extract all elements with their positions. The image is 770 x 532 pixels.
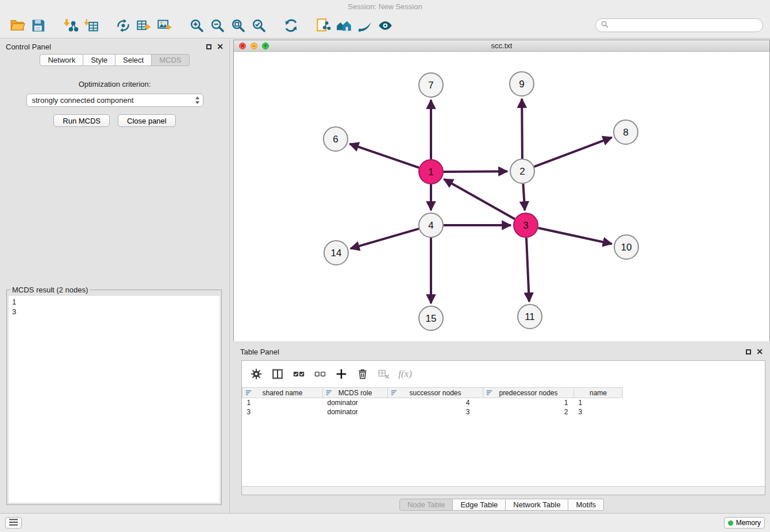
graph-node-3[interactable]: 3: [514, 213, 538, 237]
run-mcds-button[interactable]: Run MCDS: [53, 114, 110, 127]
graph-node-7[interactable]: 7: [419, 73, 443, 97]
import-table-button[interactable]: [80, 15, 101, 36]
column-header-predecessor-nodes[interactable]: predecessor nodes: [483, 388, 574, 398]
refresh-view-button[interactable]: [280, 15, 301, 36]
graph-node-1[interactable]: 1: [419, 160, 443, 184]
open-session-button[interactable]: [7, 15, 28, 36]
node-table: shared nameMCDS rolesuccessor nodesprede…: [242, 387, 765, 417]
graph-edge-2-9[interactable]: [522, 99, 522, 159]
mcds-result-label: MCDS result (2 nodes): [10, 286, 90, 294]
svg-text:3: 3: [523, 220, 528, 231]
export-image-icon: [157, 18, 172, 33]
close-panel-button[interactable]: Close panel: [118, 114, 176, 127]
tab-style[interactable]: Style: [83, 54, 116, 66]
import-network-button[interactable]: [60, 15, 80, 36]
graph-edge-3-1[interactable]: [444, 179, 515, 219]
float-table-panel-icon[interactable]: [746, 349, 751, 354]
table-tab-motifs[interactable]: Motifs: [568, 499, 604, 511]
graph-node-14[interactable]: 14: [324, 241, 348, 265]
panel-list-button[interactable]: [5, 517, 22, 529]
column-header-shared-name[interactable]: shared name: [242, 388, 323, 398]
graph-edge-1-6[interactable]: [350, 144, 419, 168]
export-table-button[interactable]: [133, 15, 154, 36]
mcds-tab-content: Optimization criterion: strongly connect…: [0, 67, 229, 513]
table-panel: Table Panel ✕ f(x) shar: [233, 344, 770, 512]
apply-style-button[interactable]: [354, 15, 375, 36]
mcds-result-text[interactable]: 1 3: [9, 296, 220, 503]
export-network-button[interactable]: [113, 15, 133, 36]
control-panel-header: Control Panel ✕: [0, 39, 229, 54]
graph-edge-2-3[interactable]: [523, 184, 525, 210]
horizontal-scrollbar[interactable]: [242, 486, 765, 495]
close-control-panel-icon[interactable]: ✕: [217, 43, 224, 51]
graph-edge-4-14[interactable]: [351, 229, 419, 249]
trash-icon: [356, 368, 369, 380]
zoom-window-icon[interactable]: +: [262, 43, 269, 49]
plus-icon: [335, 368, 348, 380]
apply-function-button[interactable]: f(x): [396, 365, 414, 383]
save-session-button[interactable]: [28, 15, 48, 36]
zoom-selected-button[interactable]: [248, 15, 269, 36]
graph-node-2[interactable]: 2: [510, 159, 534, 183]
column-header-name[interactable]: name: [574, 388, 623, 398]
network-window-titlebar: ✕ − + scc.txt: [234, 40, 769, 52]
svg-text:8: 8: [623, 127, 628, 138]
graph-node-4[interactable]: 4: [419, 213, 443, 237]
delete-row-button[interactable]: [354, 365, 371, 383]
graph-edge-2-8[interactable]: [534, 137, 612, 167]
window-title: Session: New Session: [348, 2, 422, 11]
show-details-button[interactable]: [375, 15, 395, 36]
tab-network[interactable]: Network: [40, 54, 83, 66]
graph-edge-3-10[interactable]: [538, 228, 612, 244]
table-row[interactable]: 3dominator323: [242, 407, 765, 417]
search-input[interactable]: [612, 21, 757, 30]
column-header-successor-nodes[interactable]: successor nodes: [388, 388, 483, 398]
add-row-button[interactable]: [333, 365, 350, 383]
search-icon: [601, 21, 609, 30]
float-control-panel-icon[interactable]: [206, 44, 211, 49]
import-table-icon: [83, 18, 99, 33]
graph-node-9[interactable]: 9: [510, 72, 534, 96]
zoom-in-button[interactable]: [186, 15, 207, 36]
table-tab-node-table[interactable]: Node Table: [399, 499, 453, 511]
optimization-criterion-select[interactable]: strongly connected component: [26, 94, 203, 107]
table-settings-button[interactable]: [248, 365, 265, 383]
graph-edge-3-11[interactable]: [526, 238, 529, 302]
eye-icon: [378, 18, 393, 33]
tab-mcds[interactable]: MCDS: [152, 54, 189, 66]
zoom-fit-icon: [230, 18, 246, 33]
zoom-fit-button[interactable]: [228, 15, 248, 36]
clone-network-button[interactable]: [313, 15, 333, 36]
graph-node-6[interactable]: 6: [324, 127, 348, 151]
graph-node-10[interactable]: 10: [614, 235, 638, 259]
table-tab-edge-table[interactable]: Edge Table: [453, 499, 506, 511]
table-row[interactable]: 1dominator411: [242, 398, 765, 407]
export-table-icon: [136, 18, 152, 33]
svg-text:9: 9: [519, 79, 524, 90]
column-header-mcds-role[interactable]: MCDS role: [323, 388, 388, 398]
unselect-all-button[interactable]: [311, 365, 329, 383]
zoom-out-button[interactable]: [207, 15, 228, 36]
window-titlebar: Session: New Session: [0, 0, 770, 13]
table-tab-network-table[interactable]: Network Table: [506, 499, 568, 511]
export-image-button[interactable]: [154, 15, 175, 36]
control-panel-tabs: NetworkStyleSelectMCDS: [0, 54, 229, 66]
select-all-button[interactable]: [290, 365, 307, 383]
graph-node-15[interactable]: 15: [419, 306, 443, 330]
open-folder-icon: [10, 18, 25, 33]
memory-button[interactable]: Memory: [724, 517, 765, 529]
delete-table-button[interactable]: [375, 365, 392, 383]
checked-boxes-icon: [292, 368, 305, 380]
search-box[interactable]: [595, 18, 763, 32]
node-table-header-row: shared nameMCDS rolesuccessor nodesprede…: [242, 388, 765, 398]
graph-node-11[interactable]: 11: [518, 304, 542, 329]
show-columns-button[interactable]: [269, 365, 286, 383]
tab-select[interactable]: Select: [116, 54, 152, 66]
graph-edge-1-2[interactable]: [444, 171, 507, 172]
minimize-window-icon[interactable]: −: [251, 43, 257, 49]
close-table-panel-icon[interactable]: ✕: [756, 348, 763, 356]
apply-layout-button[interactable]: [333, 15, 354, 36]
close-window-icon[interactable]: ✕: [239, 43, 246, 49]
network-canvas[interactable]: 7968124314101511: [234, 52, 769, 341]
graph-node-8[interactable]: 8: [614, 120, 638, 144]
